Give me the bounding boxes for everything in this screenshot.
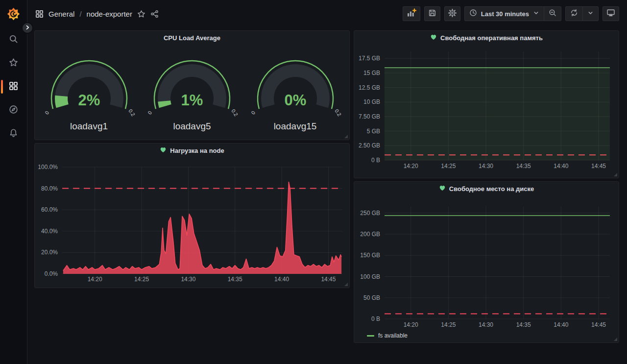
legend-item-fs-available[interactable]: fs available xyxy=(367,332,408,339)
gauge-value-arc xyxy=(61,96,62,106)
breadcrumb: General / node-exporter xyxy=(35,10,159,18)
free-disk-chart[interactable]: 0 B50 GB100 GB150 GB200 GB250 GB14:2014:… xyxy=(354,195,619,330)
panel-cpu-load-average: CPU Load Average 2%00.2loadavg11%00.2loa… xyxy=(34,30,350,140)
y-tick-label: 0 B xyxy=(371,315,380,322)
x-tick-label: 14:40 xyxy=(274,276,289,283)
alert-ok-heart-icon xyxy=(430,34,437,42)
dashboard-header: General / node-exporter xyxy=(27,0,627,27)
bell-icon xyxy=(9,128,18,140)
gauge-loadavg5[interactable]: 1%00.2loadavg5 xyxy=(143,51,241,132)
gauge-value-text: 0% xyxy=(284,92,306,109)
gauge-min-label: 0 xyxy=(44,110,50,116)
gauge-loadavg1[interactable]: 2%00.2loadavg1 xyxy=(40,51,138,132)
y-tick-label: 200 GB xyxy=(360,231,380,238)
gauge-max-label: 0.2 xyxy=(334,108,342,117)
series-area xyxy=(63,182,341,274)
legend-label: fs available xyxy=(378,332,408,339)
breadcrumb-section[interactable]: General xyxy=(48,10,74,18)
breadcrumb-page-title[interactable]: node-exporter xyxy=(87,10,132,18)
x-tick-label: 14:20 xyxy=(404,321,418,328)
panel-free-disk: Свободное место на диске 0 B50 GB100 GB1… xyxy=(354,181,619,343)
free-memory-chart[interactable]: 0 B2.50 GB5 GB7.50 GB10 GB12.5 GB15 GB17… xyxy=(354,45,619,178)
add-panel-button[interactable] xyxy=(403,6,420,21)
gauge-min-label: 0 xyxy=(250,110,256,116)
y-tick-label: 50 GB xyxy=(363,294,380,301)
monitor-icon xyxy=(606,8,615,19)
refresh-group xyxy=(565,6,599,21)
chevron-down-icon xyxy=(533,9,539,18)
refresh-icon xyxy=(570,9,578,19)
y-tick-label: 100 GB xyxy=(360,273,380,280)
save-icon xyxy=(428,9,436,19)
refresh-dashboard-button[interactable] xyxy=(566,7,582,21)
sidebar-item-alerting[interactable] xyxy=(0,122,27,146)
x-tick-label: 14:30 xyxy=(479,321,493,328)
panel-title-text: Свободная оперативная память xyxy=(440,34,543,42)
breadcrumb-separator: / xyxy=(79,10,81,18)
x-tick-label: 14:25 xyxy=(441,163,456,170)
clock-icon xyxy=(469,9,477,19)
gauge-value-text: 2% xyxy=(78,92,100,109)
panel-resize-handle[interactable] xyxy=(344,135,348,138)
x-tick-label: 14:45 xyxy=(591,163,606,170)
x-tick-label: 14:30 xyxy=(479,163,493,170)
y-tick-label: 12.5 GB xyxy=(359,84,380,91)
x-tick-label: 14:35 xyxy=(516,163,531,170)
gauge-series-label: loadavg15 xyxy=(274,121,317,132)
panel-free-memory: Свободная оперативная память 0 B2.50 GB5… xyxy=(354,30,619,178)
x-tick-label: 14:40 xyxy=(554,321,568,328)
sidebar-item-starred[interactable] xyxy=(0,51,27,75)
panel-resize-handle[interactable] xyxy=(614,338,617,341)
sidebar xyxy=(0,0,27,364)
x-tick-label: 14:30 xyxy=(181,276,195,283)
gauge-loadavg15[interactable]: 0%00.2loadavg15 xyxy=(246,51,344,132)
y-tick-label: 250 GB xyxy=(360,210,380,217)
y-tick-label: 40.0% xyxy=(41,228,58,235)
add-panel-icon xyxy=(407,8,416,20)
y-tick-label: 60.0% xyxy=(41,206,58,213)
alert-ok-heart-icon xyxy=(160,146,167,155)
chevron-right-icon xyxy=(24,24,30,32)
refresh-interval-dropdown[interactable] xyxy=(582,7,598,21)
gear-icon xyxy=(448,9,457,19)
y-tick-label: 0.0% xyxy=(45,270,58,277)
panel-title[interactable]: Нагрузка на node xyxy=(35,144,349,157)
time-range-label: Last 30 minutes xyxy=(481,10,529,18)
gauge-series-label: loadavg1 xyxy=(70,121,108,132)
series-area xyxy=(385,68,610,160)
x-tick-label: 14:40 xyxy=(554,163,568,170)
dashboard-settings-button[interactable] xyxy=(444,6,460,21)
y-tick-label: 17.5 GB xyxy=(359,55,380,62)
node-load-chart[interactable]: 0.0%20.0%40.0%60.0%80.0%100.0%14:2014:25… xyxy=(35,157,349,288)
gauge-arc: 1%00.2 xyxy=(143,51,241,120)
gauge-series-label: loadavg5 xyxy=(173,121,211,132)
y-tick-label: 2.50 GB xyxy=(359,142,380,149)
x-tick-label: 14:35 xyxy=(516,321,531,328)
panel-title[interactable]: Свободное место на диске xyxy=(354,182,619,195)
time-picker-group: Last 30 minutes xyxy=(464,6,561,21)
y-tick-label: 10 GB xyxy=(363,98,380,105)
x-tick-label: 14:45 xyxy=(321,276,336,283)
x-tick-label: 14:20 xyxy=(88,276,102,283)
panel-node-load: Нагрузка на node 0.0%20.0%40.0%60.0%80.0… xyxy=(34,143,350,288)
sidebar-expand-button[interactable] xyxy=(22,22,33,34)
x-tick-label: 14:45 xyxy=(591,321,606,328)
y-tick-label: 20.0% xyxy=(41,249,58,256)
share-dashboard-button[interactable] xyxy=(150,10,159,18)
time-range-picker[interactable]: Last 30 minutes xyxy=(465,7,544,21)
panel-title[interactable]: CPU Load Average xyxy=(35,31,349,45)
panel-title-text: CPU Load Average xyxy=(164,34,220,42)
panel-resize-handle[interactable] xyxy=(614,173,617,176)
x-tick-label: 14:25 xyxy=(441,321,456,328)
panel-title[interactable]: Свободная оперативная память xyxy=(354,31,619,45)
sidebar-item-dashboards[interactable] xyxy=(0,75,27,98)
panel-resize-handle[interactable] xyxy=(344,283,348,286)
y-tick-label: 0 B xyxy=(371,157,380,164)
panel-title-text: Нагрузка на node xyxy=(170,147,224,154)
save-dashboard-button[interactable] xyxy=(424,6,440,21)
sidebar-item-explore[interactable] xyxy=(0,98,27,122)
kiosk-mode-button[interactable] xyxy=(603,6,619,21)
zoom-out-time-button[interactable] xyxy=(544,7,561,21)
star-dashboard-button[interactable] xyxy=(137,10,145,18)
gauge-value-arc xyxy=(164,101,165,106)
